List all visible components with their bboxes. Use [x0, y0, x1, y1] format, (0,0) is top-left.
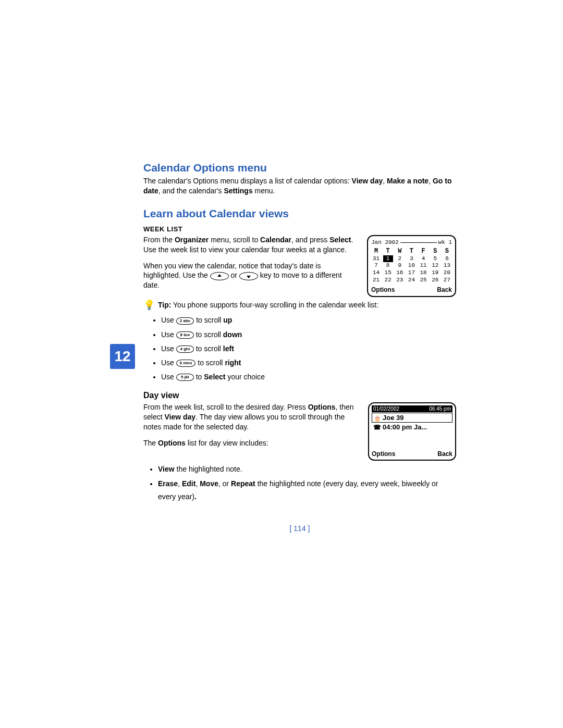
- list-item: View the highlighted note.: [158, 463, 456, 476]
- heading-options-menu: Calendar Options menu: [143, 162, 456, 174]
- cal-row: 78910111213: [371, 262, 452, 269]
- birthday-icon: [374, 414, 381, 422]
- key-4-icon: 4 ghi: [176, 346, 194, 353]
- screen-dow: MTWTFSS: [371, 248, 452, 255]
- softkey-back: Back: [437, 450, 452, 458]
- screen-month: Jan 2002: [371, 239, 399, 246]
- softkey-back: Back: [437, 286, 452, 294]
- page-number: [ 114 ]: [143, 524, 456, 533]
- softkey-options: Options: [371, 286, 395, 294]
- scroll-list: Use 2 abc to scroll up Use 8 tuv to scro…: [143, 314, 456, 384]
- lightbulb-icon: 💡: [143, 300, 155, 310]
- week-list-p1: From the Organizer menu, scroll to Calen…: [143, 235, 359, 255]
- key-5-icon: 5 jkl: [176, 374, 194, 381]
- cal-row: 14151617181920: [371, 269, 452, 277]
- key-8-icon: 8 tuv: [176, 331, 194, 339]
- phone-icon: [373, 423, 381, 431]
- chapter-tab: 12: [110, 344, 135, 369]
- cal-row: 31123456: [371, 255, 452, 263]
- dayview-options-list: View the highlighted note. Erase, Edit, …: [143, 463, 456, 503]
- manual-page: 12 Calendar Options menu The calendar's …: [143, 162, 456, 533]
- heading-calendar-views: Learn about Calendar views: [143, 207, 456, 220]
- tip-row: 💡 Tip: You phone supports four-way scrol…: [143, 300, 456, 310]
- list-item: Erase, Edit, Move, or Repeat the highlig…: [158, 477, 456, 503]
- day-entry-2: 04:00 pm Ja...: [383, 423, 427, 431]
- screen-week: wk 1: [438, 239, 452, 246]
- list-item: Use 5 jkl to Select your choice: [161, 371, 456, 384]
- key-2-icon: 2 abc: [176, 317, 194, 325]
- subhead-day-view: Day view: [143, 391, 456, 400]
- screen-date: 01/02/2002: [373, 406, 399, 412]
- subhead-week-list: WEEK LIST: [143, 225, 456, 233]
- list-item: Use 4 ghi to scroll left: [161, 342, 456, 355]
- week-list-p2: When you view the calendar, notice that …: [143, 261, 359, 291]
- options-menu-desc: The calendar's Options menu displays a l…: [143, 176, 456, 196]
- up-key-icon: [210, 272, 229, 280]
- key-6-icon: 6 mno: [176, 360, 196, 367]
- list-item: Use 8 tuv to scroll down: [161, 328, 456, 341]
- week-list-screen: Jan 2002 wk 1 MTWTFSS 31123456 789101112…: [367, 235, 456, 297]
- screen-time: 06:45 pm: [429, 406, 451, 412]
- day-view-p1: From the week list, scroll to the desire…: [143, 402, 360, 432]
- day-view-screen: 01/02/2002 06:45 pm Joe 39 04:00 pm Ja..…: [368, 402, 456, 461]
- list-item: Use 2 abc to scroll up: [161, 314, 456, 327]
- day-entry-1: Joe 39: [383, 414, 403, 422]
- day-view-p2: The Options list for day view includes:: [143, 438, 360, 448]
- down-key-icon: [239, 272, 258, 280]
- list-item: Use 6 mno to scroll right: [161, 356, 456, 369]
- cal-row: 21222324252627: [371, 277, 452, 284]
- softkey-options: Options: [372, 450, 395, 458]
